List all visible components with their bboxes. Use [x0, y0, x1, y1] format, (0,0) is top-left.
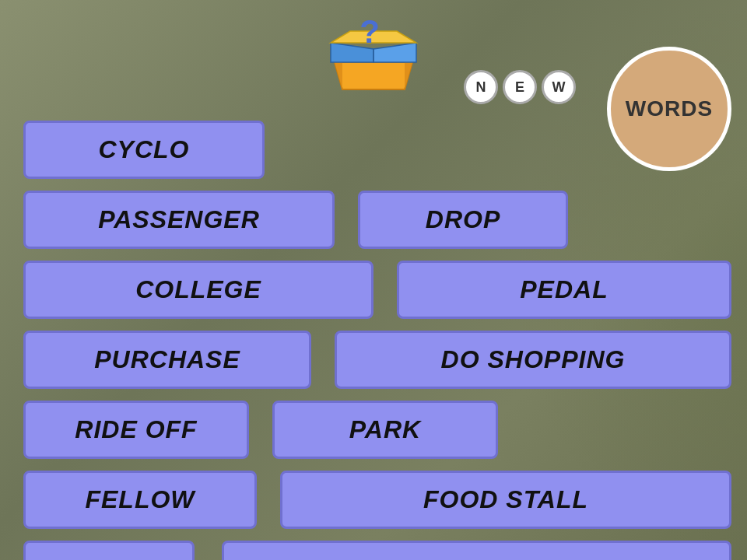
svg-marker-1 [335, 62, 342, 89]
card-drop[interactable]: DROP [358, 191, 568, 249]
new-circles: N E W [464, 70, 576, 104]
card-college[interactable]: COLLEGE [23, 261, 374, 319]
card-take-a-short-rest[interactable]: TAKE A SHORT REST [222, 541, 731, 560]
card-fellow[interactable]: FELLOW [23, 471, 257, 529]
card-chat[interactable]: CHAT [23, 541, 195, 560]
svg-marker-0 [335, 62, 412, 89]
cards-area: CYCLO PASSENGER DROP COLLEGE PEDAL PURCH… [16, 121, 731, 552]
question-box-icon: ? [323, 16, 424, 101]
new-circle-w: W [542, 70, 576, 104]
new-circle-n: N [464, 70, 498, 104]
card-do-shopping[interactable]: DO SHOPPING [335, 331, 731, 389]
card-ride-off[interactable]: RIDE OFF [23, 401, 249, 459]
svg-marker-2 [405, 62, 412, 89]
main-container: ? N E W WORDS CYCLO PASSENGER DROP COLLE… [0, 0, 747, 560]
svg-marker-4 [374, 43, 416, 62]
card-pedal[interactable]: PEDAL [397, 261, 731, 319]
card-passenger[interactable]: PASSENGER [23, 191, 335, 249]
new-circle-e: E [503, 70, 537, 104]
card-cyclo[interactable]: CYCLO [23, 121, 265, 179]
card-park[interactable]: PARK [272, 401, 498, 459]
card-purchase[interactable]: PURCHASE [23, 331, 311, 389]
card-food-stall[interactable]: FOOD STALL [280, 471, 731, 529]
svg-text:?: ? [359, 19, 380, 50]
